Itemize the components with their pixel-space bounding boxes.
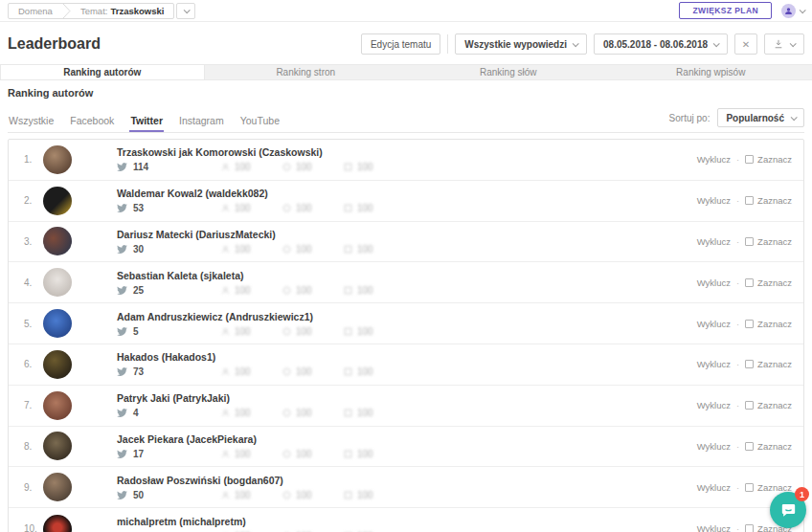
- mark-checkbox[interactable]: [745, 483, 754, 492]
- blurred-stat-value: 100: [296, 244, 312, 255]
- mark-checkbox[interactable]: [745, 196, 754, 205]
- author-name[interactable]: Radosław Poszwiński (bogdan607): [117, 475, 384, 486]
- mark-control[interactable]: Zaznacz: [745, 359, 792, 369]
- topic-label: Temat:: [80, 6, 108, 16]
- sort-label: Sortuj po:: [669, 113, 710, 123]
- mark-control[interactable]: Zaznacz: [745, 154, 792, 165]
- mark-checkbox[interactable]: [745, 237, 754, 246]
- exclude-button[interactable]: Wyklucz: [697, 236, 731, 247]
- channel-facebook[interactable]: Facebook: [69, 111, 115, 132]
- exclude-button[interactable]: Wyklucz: [697, 195, 731, 206]
- mentions-filter-label: Wszystkie wypowiedzi: [464, 39, 567, 50]
- exclude-button[interactable]: Wyklucz: [697, 441, 731, 452]
- blurred-stat-3: 100: [344, 203, 384, 213]
- topic-selector[interactable]: Domena Temat: Trzaskowski: [8, 3, 174, 19]
- blurred-stat-3: 100: [344, 162, 384, 172]
- topic-dropdown-button[interactable]: [176, 3, 195, 19]
- mark-checkbox[interactable]: [745, 320, 754, 328]
- mark-checkbox[interactable]: [745, 360, 754, 368]
- chevron-down-icon: [184, 7, 191, 13]
- tab-ranking-autorow[interactable]: Ranking autorów: [0, 65, 205, 79]
- author-avatar[interactable]: [43, 391, 72, 420]
- mark-control[interactable]: Zaznacz: [745, 236, 792, 247]
- author-avatar[interactable]: [43, 268, 72, 297]
- breadcrumb-topic[interactable]: Temat: Trzaskowski: [71, 4, 174, 18]
- mark-control[interactable]: Zaznacz: [745, 319, 792, 329]
- author-row: 5. Adam Andruszkiewicz (Andruszkiewicz1)…: [9, 303, 803, 344]
- export-button[interactable]: [764, 33, 804, 55]
- exclude-button[interactable]: Wyklucz: [697, 154, 731, 165]
- mark-control[interactable]: Zaznacz: [745, 400, 792, 410]
- author-name[interactable]: Hakados (Hakados1): [117, 351, 384, 363]
- blurred-stat-3: 100: [344, 244, 384, 255]
- sort-dropdown[interactable]: Popularność: [717, 108, 804, 127]
- date-range-value: 08.05.2018 - 08.06.2018: [603, 39, 708, 50]
- tab-ranking-slow[interactable]: Ranking słów: [407, 65, 610, 79]
- mentions-filter-dropdown[interactable]: Wszystkie wypowiedzi: [455, 33, 587, 55]
- channel-twitter[interactable]: Twitter: [129, 111, 164, 132]
- mark-checkbox[interactable]: [745, 524, 754, 532]
- author-avatar[interactable]: [43, 145, 72, 174]
- author-avatar[interactable]: [43, 350, 72, 379]
- author-avatar[interactable]: [43, 227, 72, 255]
- blurred-stat-value: 100: [296, 366, 312, 377]
- author-name[interactable]: Trzaskowski jak Komorowski (Czaskowski): [117, 146, 384, 158]
- mark-control[interactable]: Zaznacz: [745, 195, 792, 206]
- mark-control[interactable]: Zaznacz: [745, 277, 792, 288]
- mark-checkbox[interactable]: [745, 401, 754, 410]
- author-name[interactable]: Dariusz Matecki (DariuszMatecki): [117, 229, 384, 240]
- author-row: 4. Sebastian Kaleta (sjkaleta) 25 100: [9, 262, 803, 303]
- author-avatar[interactable]: [43, 473, 72, 501]
- author-row: 7. Patryk Jaki (PatrykJaki) 4 100: [9, 386, 803, 427]
- mark-checkbox[interactable]: [745, 278, 754, 287]
- blurred-stat-2: 100: [282, 203, 323, 213]
- upgrade-plan-button[interactable]: ZWIĘKSZ PLAN: [679, 2, 772, 19]
- blurred-stat-1: 100: [221, 490, 261, 500]
- locked-stats: 100 100 100: [221, 408, 384, 418]
- exclude-button[interactable]: Wyklucz: [697, 400, 731, 410]
- author-avatar[interactable]: [43, 187, 72, 215]
- ranking-tabs: Ranking autorów Ranking stron Ranking sł…: [0, 64, 812, 80]
- author-avatar[interactable]: [43, 515, 72, 532]
- exclude-button[interactable]: Wyklucz: [697, 319, 731, 329]
- chat-launcher-button[interactable]: 1: [770, 492, 806, 528]
- exclude-button[interactable]: Wyklucz: [697, 523, 731, 532]
- twitter-icon: [117, 327, 127, 336]
- channel-instagram[interactable]: Instagram: [178, 111, 225, 132]
- breadcrumb-domain[interactable]: Domena: [9, 4, 62, 18]
- author-name[interactable]: michalpretm (michalpretm): [117, 516, 384, 527]
- mention-count: 114: [133, 162, 148, 172]
- rank-number: 8.: [9, 441, 43, 452]
- tab-ranking-stron[interactable]: Ranking stron: [205, 65, 408, 79]
- author-name[interactable]: Patryk Jaki (PatrykJaki): [117, 392, 384, 404]
- mark-control[interactable]: Zaznacz: [745, 482, 792, 493]
- mark-label: Zaznacz: [757, 277, 792, 288]
- separator-dot: ·: [736, 236, 739, 247]
- clear-date-button[interactable]: ✕: [734, 33, 757, 55]
- tab-ranking-wpisow[interactable]: Ranking wpisów: [610, 65, 812, 79]
- author-name[interactable]: Waldemar Kowal2 (waldekk082): [117, 188, 384, 199]
- exclude-button[interactable]: Wyklucz: [697, 359, 731, 369]
- author-name[interactable]: Sebastian Kaleta (sjkaleta): [117, 270, 384, 281]
- channel-youtube[interactable]: YouTube: [239, 111, 281, 132]
- author-avatar[interactable]: [43, 432, 72, 460]
- author-avatar[interactable]: [43, 309, 72, 338]
- edit-topic-button[interactable]: Edycja tematu: [361, 33, 440, 55]
- mark-label: Zaznacz: [757, 195, 792, 206]
- user-menu[interactable]: [781, 4, 804, 18]
- mark-control[interactable]: Zaznacz: [745, 441, 792, 452]
- mark-checkbox[interactable]: [745, 442, 754, 451]
- mention-count: 25: [133, 285, 144, 296]
- mark-checkbox[interactable]: [745, 155, 754, 164]
- mention-count: 30: [133, 244, 144, 255]
- author-name[interactable]: Adam Andruszkiewicz (Andruszkiewicz1): [117, 311, 384, 322]
- author-name[interactable]: Jacek Piekara (JacekPiekara): [117, 433, 384, 445]
- exclude-button[interactable]: Wyklucz: [697, 482, 731, 493]
- blurred-stat-value: 100: [235, 285, 251, 296]
- page-header: Leaderboard Edycja tematu Wszystkie wypo…: [0, 22, 812, 64]
- blurred-stat-value: 100: [296, 326, 312, 337]
- mark-label: Zaznacz: [757, 236, 792, 247]
- channel-wszystkie[interactable]: Wszystkie: [8, 111, 55, 132]
- date-range-picker[interactable]: 08.05.2018 - 08.06.2018: [594, 33, 728, 55]
- exclude-button[interactable]: Wyklucz: [697, 277, 731, 288]
